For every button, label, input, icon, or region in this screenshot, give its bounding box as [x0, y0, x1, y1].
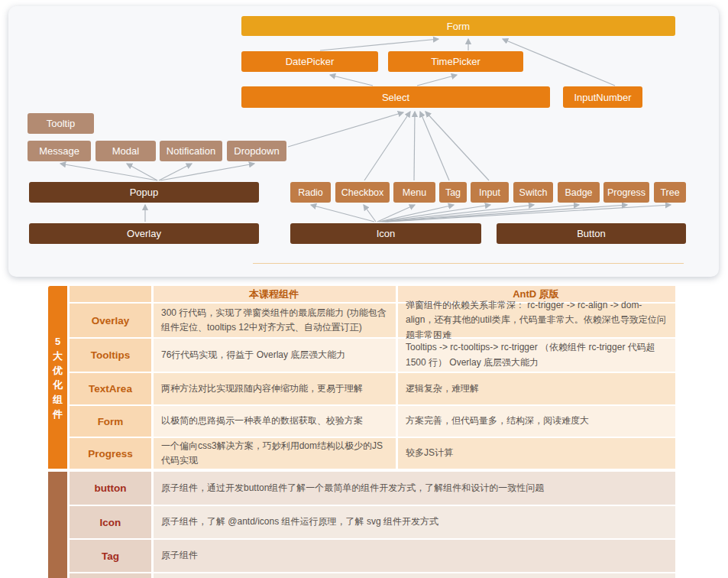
table-row-partial: [70, 573, 675, 578]
course-cell: 以极简的思路揭示一种表单的数据获取、校验方案: [154, 406, 396, 437]
node-form: Form: [241, 16, 675, 36]
node-checkbox: Checkbox: [335, 182, 390, 203]
node-badge: Badge: [558, 182, 600, 203]
course-cell: 一个偏向css3解决方案，巧妙利用dom结构以极少的JS代码实现: [154, 438, 396, 469]
row-label: Tooltips: [70, 339, 151, 372]
course-cell: 两种方法对比实现跟随内容伸缩功能，更易于理解: [154, 373, 396, 404]
node-radio: Radio: [290, 182, 331, 203]
node-dropdown: Dropdown: [227, 141, 286, 161]
table-row-button: button 原子组件，通过开发button组件了解一个最简单的组件开发方式，了…: [70, 472, 675, 505]
node-tooltip: Tooltip: [28, 113, 94, 134]
node-select: Select: [241, 86, 550, 108]
table-group-atomic: button 原子组件，通过开发button组件了解一个最简单的组件开发方式，了…: [48, 472, 675, 578]
antd-cell: Tooltips -> rc-tooltips-> rc-trigger （依赖…: [398, 339, 675, 372]
comparison-table: 5大优化组件 本课程组件 AntD 原版 Overlay 300 行代码，实现了…: [48, 286, 675, 578]
course-cell: 300 行代码，实现了弹窗类组件的最底层能力 (功能包含组件定位、tooltip…: [154, 304, 396, 337]
antd-cell: 方案完善，但代码量多，结构深，阅读难度大: [398, 406, 675, 437]
row-label: TextArea: [70, 373, 151, 404]
antd-cell: 弹窗组件的依赖关系非常深： rc-trigger -> rc-align -> …: [398, 304, 675, 337]
desc-cell: [154, 573, 675, 578]
node-button: Button: [497, 223, 686, 244]
node-icon: Icon: [290, 223, 481, 244]
table-row-form: Form 以极简的思路揭示一种表单的数据获取、校验方案 方案完善，但代码量多，结…: [70, 406, 675, 437]
table-row-tooltips: Tooltips 76行代码实现，得益于 Overlay 底层强大能力 Tool…: [70, 339, 675, 372]
node-overlay: Overlay: [29, 223, 259, 244]
node-notification: Notification: [160, 141, 222, 161]
course-cell: 76行代码实现，得益于 Overlay 底层强大能力: [154, 339, 396, 372]
node-modal: Modal: [95, 141, 156, 161]
node-popup: Popup: [29, 182, 259, 203]
antd-cell: 较多JS计算: [398, 438, 675, 469]
row-label: Icon: [70, 506, 151, 538]
group1-strip: 5大优化组件: [48, 286, 67, 469]
row-label: [70, 573, 151, 578]
row-label: Overlay: [70, 304, 151, 337]
node-tree: Tree: [654, 182, 686, 203]
node-datepicker: DatePicker: [241, 51, 378, 72]
table-row-textarea: TextArea 两种方法对比实现跟随内容伸缩功能，更易于理解 逻辑复杂，难理解: [70, 373, 675, 404]
table-row-overlay: Overlay 300 行代码，实现了弹窗类组件的最底层能力 (功能包含组件定位…: [70, 304, 675, 337]
node-inputnumber: InputNumber: [563, 86, 642, 108]
group1-strip-label: 5大优化组件: [53, 334, 63, 421]
row-label: Tag: [70, 540, 151, 572]
table-group-optimized: 5大优化组件 本课程组件 AntD 原版 Overlay 300 行代码，实现了…: [48, 286, 675, 469]
desc-cell: 原子组件，了解 @antd/icons 组件运行原理，了解 svg 组件开发方式: [154, 506, 675, 538]
group2-strip: [48, 472, 67, 578]
table-row-tag: Tag 原子组件: [70, 540, 675, 572]
desc-cell: 原子组件，通过开发button组件了解一个最简单的组件开发方式，了解组件和设计的…: [154, 472, 675, 505]
row-label: Progress: [70, 438, 151, 469]
page: Form DatePicker TimePicker Select InputN…: [0, 0, 728, 578]
row-label: Form: [70, 406, 151, 437]
node-menu: Menu: [393, 182, 435, 203]
header-course-column: 本课程组件: [154, 286, 396, 302]
row-label: button: [70, 472, 151, 505]
node-input: Input: [471, 182, 509, 203]
node-message: Message: [28, 141, 91, 161]
desc-cell: 原子组件: [154, 540, 675, 572]
node-tag: Tag: [439, 182, 467, 203]
footer-divider: [253, 263, 684, 264]
node-progress: Progress: [603, 182, 649, 203]
antd-cell: 逻辑复杂，难理解: [398, 373, 675, 404]
node-switch: Switch: [513, 182, 553, 203]
table-row-progress: Progress 一个偏向css3解决方案，巧妙利用dom结构以极少的JS代码实…: [70, 438, 675, 469]
header-empty-cell: [70, 286, 151, 302]
node-timepicker: TimePicker: [388, 51, 523, 72]
table-row-icon: Icon 原子组件，了解 @antd/icons 组件运行原理，了解 svg 组…: [70, 506, 675, 538]
